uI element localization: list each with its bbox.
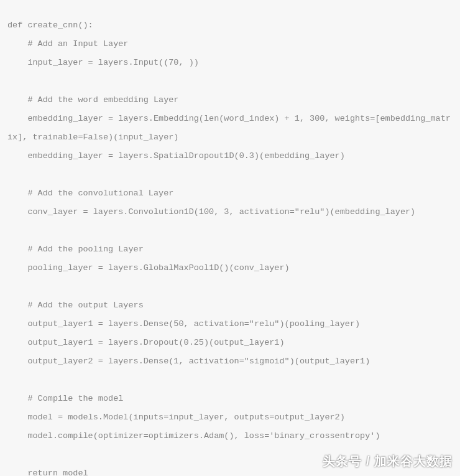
code-snippet: def create_cnn(): # Add an Input Layer i…	[0, 9, 460, 477]
